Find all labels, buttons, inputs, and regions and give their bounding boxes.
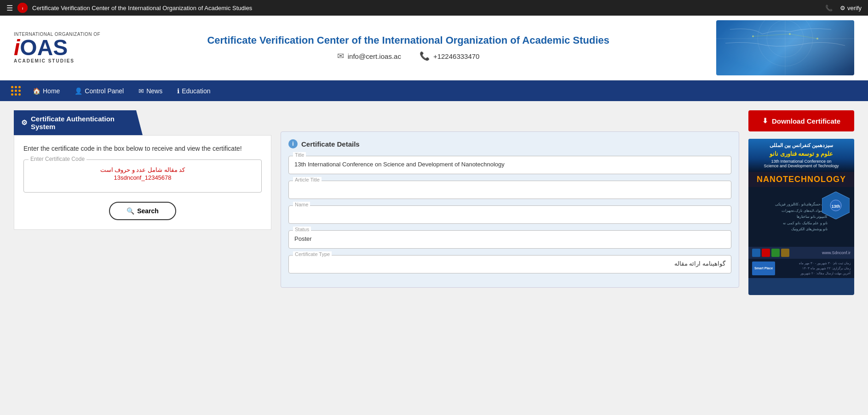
download-icon: ⬇: [762, 117, 768, 125]
status-field-group: Status Poster: [288, 230, 731, 249]
email-contact: ✉ info@cert.ioas.ac: [337, 51, 401, 61]
left-panel: ⚙ Certificate Authentication System Ente…: [14, 110, 271, 295]
nav-education[interactable]: ℹ Education: [170, 81, 218, 101]
logo-bottom-text: ACADEMIC STUDIES: [14, 59, 75, 63]
svg-line-9: [753, 34, 790, 36]
news-icon: ✉: [138, 87, 144, 95]
nanotechnology-label: NANOTECHNOLOGY: [748, 172, 854, 187]
section-box: Enter the certificate code in the box be…: [14, 135, 271, 230]
header-contact: ✉ info@cert.ioas.ac 📞 +12246333470: [109, 51, 707, 61]
search-icon: 🔍: [126, 207, 134, 215]
section-title: Certificate Authentication System: [31, 115, 135, 131]
right-panel: ⬇ Download Certificate سیزدهمین کنفرانس …: [748, 110, 854, 295]
phone-contact: 📞 +12246333470: [420, 51, 480, 61]
title-field-group: Title 13th International Conference on S…: [288, 156, 731, 174]
certificate-details-box: i Certificate Details Title 13th Interna…: [281, 131, 739, 288]
svg-text:i: i: [22, 6, 23, 11]
certificate-details-header: i Certificate Details: [288, 139, 731, 148]
email-icon: ✉: [337, 51, 344, 61]
header-center: Certificate Verification Center of the I…: [100, 34, 716, 61]
verify-button[interactable]: ⚙ verify: [840, 5, 862, 11]
section-cog-icon: ⚙: [21, 119, 27, 127]
gear-icon: ⚙: [840, 5, 845, 11]
input-example-line2: 13sdnconf_12345678: [29, 174, 256, 181]
top-bar: ☰ i Certificate Verification Center of t…: [0, 0, 868, 16]
logo-oas: OAS: [20, 37, 68, 59]
cert-details-title: Certificate Details: [301, 140, 360, 148]
input-label: Enter Certificate Code: [29, 156, 86, 162]
nav-news[interactable]: ✉ News: [131, 81, 170, 101]
section-header: ⚙ Certificate Authentication System: [14, 110, 143, 135]
conf-name-en2: Science and Development of Technology: [752, 164, 851, 168]
certificate-code-input[interactable]: [29, 182, 256, 189]
title-label: Title: [293, 152, 306, 158]
status-label: Status: [293, 227, 311, 232]
main-content: ⚙ Certificate Authentication System Ente…: [0, 101, 868, 304]
title-value: 13th International Conference on Science…: [288, 156, 731, 174]
svg-text:13th: 13th: [832, 204, 840, 209]
hamburger-menu[interactable]: ☰: [6, 4, 13, 12]
header-logo: INTERNATIONAL ORGANIZATION OF i OAS ACAD…: [14, 32, 100, 63]
conference-image: سیزدهمین کنفرانس بین المللی علوم و توسعه…: [748, 139, 854, 295]
ioas-logo: INTERNATIONAL ORGANIZATION OF i OAS ACAD…: [14, 32, 100, 63]
name-label: Name: [293, 202, 310, 207]
header: INTERNATIONAL ORGANIZATION OF i OAS ACAD…: [0, 16, 868, 80]
phone-number: +12246333470: [433, 52, 480, 60]
top-bar-title: Certificate Verification Center of the I…: [32, 5, 252, 11]
logo-i: i: [14, 37, 20, 59]
conf-title-rtl: سیزدهمین کنفرانس بین المللی: [752, 142, 851, 148]
top-bar-left: ☰ i Certificate Verification Center of t…: [6, 3, 252, 13]
logo-letters: i OAS: [14, 37, 68, 59]
user-icon: 👤: [75, 87, 82, 95]
status-value: Poster: [288, 230, 731, 249]
navigation: 🏠 Home 👤 Control Panel ✉ News ℹ Educatio…: [0, 80, 868, 101]
nav-home[interactable]: 🏠 Home: [25, 81, 67, 101]
top-bar-right: 📞 ⚙ verify: [825, 5, 862, 11]
center-panel: i Certificate Details Title 13th Interna…: [281, 110, 739, 295]
nav-control-panel[interactable]: 👤 Control Panel: [67, 81, 131, 101]
conf-name-en: 13th International Conference on: [752, 159, 851, 164]
top-bar-logo-icon: i: [17, 3, 28, 13]
conf-website: www.Sdnconf.ir: [822, 250, 851, 255]
certificate-input-wrapper: Enter Certificate Code کد مقاله شامل عدد…: [23, 159, 262, 193]
email-address: info@cert.ioas.ac: [348, 52, 401, 60]
article-title-label: Article Title: [293, 177, 322, 182]
search-button[interactable]: 🔍 Search: [109, 202, 176, 220]
cert-type-value: گواهینامه ارائه مقاله: [288, 255, 731, 273]
home-icon: 🏠: [33, 87, 40, 95]
conf-subtitle-rtl: علوم و توسعه فناوری نانو: [752, 150, 851, 157]
cert-type-label: Certificate Type: [293, 251, 332, 257]
nav-dots-icon: [6, 80, 25, 101]
cert-type-field-group: Certificate Type گواهینامه ارائه مقاله: [288, 255, 731, 273]
conference-badge-icon: 13th: [822, 192, 850, 219]
world-map-image: [716, 20, 854, 75]
download-certificate-button[interactable]: ⬇ Download Certificate: [748, 110, 854, 131]
name-value: [288, 205, 731, 224]
name-field-group: Name: [288, 205, 731, 224]
input-example-line1: کد مقاله شامل عدد و حروف است: [29, 166, 256, 173]
article-title-field-group: Article Title: [288, 181, 731, 199]
article-title-value: [288, 181, 731, 199]
instruction-text: Enter the certificate code in the box be…: [23, 145, 262, 152]
phone-icon: 📞: [420, 51, 430, 61]
info-icon: i: [288, 139, 298, 148]
header-title: Certificate Verification Center of the I…: [109, 34, 707, 46]
phone-icon: 📞: [825, 5, 833, 11]
education-icon: ℹ: [177, 87, 179, 95]
